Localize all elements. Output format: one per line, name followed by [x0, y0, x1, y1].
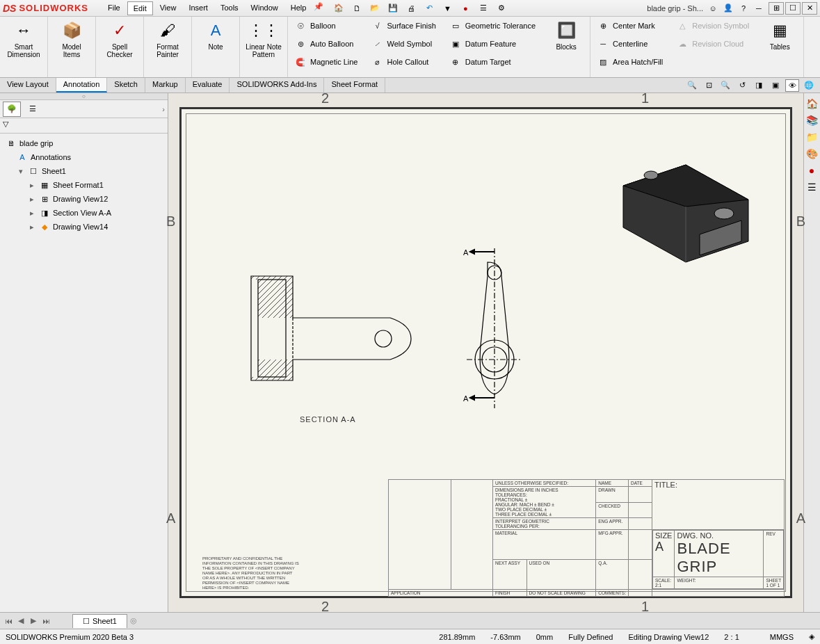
format-painter-button[interactable]: 🖌FormatPainter: [148, 19, 187, 58]
tab-view-layout[interactable]: View Layout: [0, 78, 56, 92]
file-explorer-icon[interactable]: 📁: [804, 129, 819, 145]
status-units[interactable]: MMGS: [770, 633, 794, 641]
tree-root[interactable]: 🗎blade grip: [3, 136, 165, 150]
minimize-icon[interactable]: ─: [753, 3, 764, 14]
expand-icon[interactable]: ▸: [28, 209, 36, 218]
hole-callout-button[interactable]: ⌀Hole Callout: [369, 54, 439, 70]
maximize-icon[interactable]: ☐: [785, 2, 801, 15]
panel-expand-icon[interactable]: ›: [162, 105, 165, 113]
tab-sketch[interactable]: Sketch: [107, 78, 145, 92]
geometric-tolerance-button[interactable]: ▭Geometric Tolerance: [447, 18, 538, 33]
rebuild-icon[interactable]: ●: [458, 3, 473, 14]
blocks-button[interactable]: 🔲Blocks: [547, 19, 586, 51]
surface-finish-button[interactable]: √Surface Finish: [369, 18, 439, 33]
display-style-icon[interactable]: ▣: [769, 79, 782, 92]
menu-insert[interactable]: Insert: [183, 1, 214, 15]
datum-target-button[interactable]: ⊕Datum Target: [447, 54, 538, 70]
datum-feature-button[interactable]: ▣Datum Feature: [447, 36, 538, 51]
centerline-button[interactable]: ─Centerline: [595, 36, 666, 51]
section-view-aa[interactable]: [223, 262, 418, 401]
search-icon[interactable]: ☺: [707, 3, 718, 14]
zoom-prev-icon[interactable]: 🔍: [718, 79, 732, 92]
weld-symbol-button[interactable]: ⟋Weld Symbol: [369, 36, 439, 51]
balloon-button[interactable]: ⦾Balloon: [292, 18, 361, 33]
tree-sheet1[interactable]: ▾☐Sheet1: [3, 164, 165, 178]
appearances-icon[interactable]: ●: [804, 163, 819, 178]
smart-dimension-button[interactable]: ↔SmartDimension: [4, 19, 43, 58]
nav-first-icon[interactable]: ⏮: [3, 615, 14, 627]
zoom-area-icon[interactable]: ⊡: [702, 79, 716, 92]
note-button[interactable]: ANote: [196, 19, 235, 51]
select-icon[interactable]: ▼: [440, 3, 455, 14]
expand-icon[interactable]: ▸: [28, 181, 36, 190]
front-view[interactable]: A A: [446, 248, 543, 408]
print-icon[interactable]: 🖨: [403, 3, 419, 14]
sheet-tab[interactable]: ☐Sheet1: [72, 614, 127, 628]
spell-checker-button[interactable]: ✓SpellChecker: [100, 19, 139, 58]
options-gear-icon[interactable]: ⚙: [494, 3, 509, 14]
collapse-icon[interactable]: ▾: [17, 167, 25, 176]
tree-annotations[interactable]: AAnnotations: [3, 150, 165, 164]
menu-edit[interactable]: Edit: [127, 1, 153, 15]
open-icon[interactable]: 📂: [367, 3, 383, 14]
nav-last-icon[interactable]: ⏭: [40, 615, 51, 627]
user-icon[interactable]: 👤: [723, 3, 734, 14]
expand-icon[interactable]: ▸: [28, 223, 36, 232]
options1-icon[interactable]: ☰: [476, 3, 491, 14]
custom-props-icon[interactable]: ☰: [804, 179, 819, 195]
center-mark-button[interactable]: ⊕Center Mark: [595, 18, 666, 33]
status-customize-icon[interactable]: ◈: [809, 632, 814, 641]
area-hatch-button[interactable]: ▨Area Hatch/Fill: [595, 54, 666, 70]
tab-sheet-format[interactable]: Sheet Format: [324, 78, 385, 92]
nav-next-icon[interactable]: ▶: [28, 615, 39, 627]
undo-icon[interactable]: ↶: [421, 3, 437, 14]
tables-button[interactable]: ▦Tables: [760, 19, 799, 51]
panel-collapse-handle[interactable]: ○: [0, 93, 168, 100]
graphics-area[interactable]: ◁ ▷ ─ ☐ ✕ 2 1 2 1 B A B A: [168, 93, 803, 612]
add-sheet-icon[interactable]: ◎: [130, 616, 137, 625]
zoom-fit-icon[interactable]: 🔍: [685, 79, 699, 92]
hide-show-icon[interactable]: 👁: [785, 79, 799, 92]
sw-resources-icon[interactable]: 🏠: [804, 96, 819, 111]
tree-view12[interactable]: ▸⊞Drawing View12: [3, 192, 165, 206]
feature-tree-tab-icon[interactable]: 🌳: [3, 102, 21, 117]
menu-help[interactable]: Help: [285, 1, 312, 15]
zone-top-2: 2: [321, 93, 329, 106]
revision-symbol-button[interactable]: △Revision Symbol: [674, 18, 752, 33]
magnetic-line-button[interactable]: 🧲Magnetic Line: [292, 54, 361, 70]
window-controls: ⊞ ☐ ✕: [769, 2, 817, 15]
section-view-icon[interactable]: ◨: [752, 79, 766, 92]
expand-icon[interactable]: ▸: [28, 195, 36, 204]
save-icon[interactable]: 💾: [385, 3, 401, 14]
pin-icon[interactable]: 📌: [313, 1, 324, 13]
menu-window[interactable]: Window: [246, 1, 284, 15]
design-library-icon[interactable]: 📚: [804, 113, 819, 128]
status-zoom[interactable]: 2 : 1: [724, 633, 739, 641]
tree-section-view[interactable]: ▸◨Section View A-A: [3, 206, 165, 220]
new-icon[interactable]: 🗋: [349, 3, 364, 14]
close-icon[interactable]: ✕: [802, 2, 817, 15]
iso-view[interactable]: [602, 137, 769, 269]
revision-cloud-button[interactable]: ☁Revision Cloud: [674, 36, 752, 51]
tab-evaluate[interactable]: Evaluate: [186, 78, 230, 92]
tab-markup[interactable]: Markup: [145, 78, 186, 92]
model-items-button[interactable]: 📦ModelItems: [52, 19, 91, 58]
menu-tools[interactable]: Tools: [215, 1, 244, 15]
help-icon[interactable]: ?: [738, 3, 749, 14]
linear-note-pattern-button[interactable]: ⋮⋮Linear NotePattern: [244, 19, 283, 58]
nav-prev-icon[interactable]: ◀: [15, 615, 26, 627]
tree-sheet-format[interactable]: ▸▦Sheet Format1: [3, 178, 165, 192]
tab-addins[interactable]: SOLIDWORKS Add-Ins: [230, 78, 324, 92]
zoom-inout-icon[interactable]: ↺: [735, 79, 749, 92]
home-icon[interactable]: 🏠: [331, 3, 346, 14]
tab-annotation[interactable]: Annotation: [56, 78, 108, 92]
restore-layout-icon[interactable]: ⊞: [769, 2, 784, 15]
view-palette-icon[interactable]: 🎨: [804, 146, 819, 161]
tree-filter[interactable]: ▽: [0, 118, 168, 134]
auto-balloon-button[interactable]: ⊚Auto Balloon: [292, 36, 361, 51]
property-tab-icon[interactable]: ☰: [24, 102, 42, 117]
menu-file[interactable]: File: [102, 1, 126, 15]
menu-view[interactable]: View: [154, 1, 182, 15]
tree-view14[interactable]: ▸◆Drawing View14: [3, 220, 165, 234]
apply-scene-icon[interactable]: 🌐: [802, 79, 816, 92]
